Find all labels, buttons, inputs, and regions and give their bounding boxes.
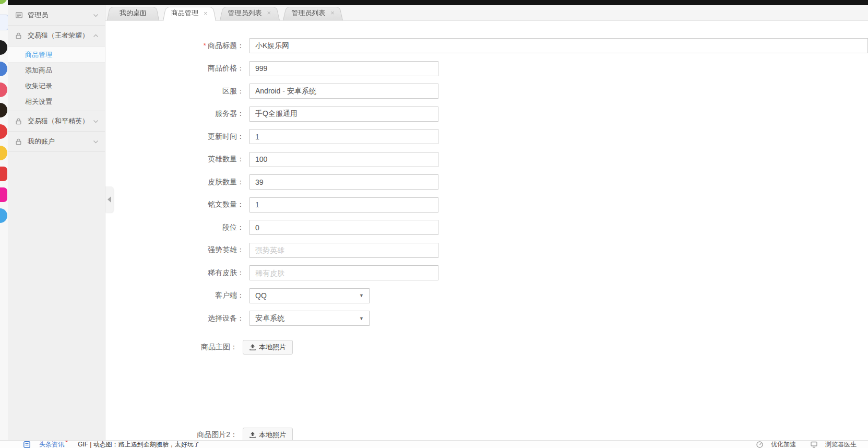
tab-desktop[interactable]: 我的桌面 <box>107 5 159 20</box>
doctor-tool[interactable]: 浏览器医生 <box>811 440 857 448</box>
strong-hero-input[interactable] <box>249 243 438 258</box>
form-row-rank: 段位： <box>105 220 868 235</box>
chevron-down-icon <box>93 14 99 17</box>
notes-app-icon[interactable] <box>0 15 8 30</box>
desktop-app-strip <box>0 0 8 440</box>
lightblue-app-icon[interactable] <box>0 208 7 223</box>
update-time-input[interactable] <box>249 129 438 144</box>
field-label-client: 客户端： <box>105 291 249 300</box>
speedup-tool[interactable]: 优化加速 <box>756 440 796 448</box>
close-tab-icon[interactable]: × <box>204 10 208 17</box>
red-face-app-icon[interactable] <box>0 124 7 139</box>
sidebar: 管理员交易猫（王者荣耀）商品管理添加商品收集记录相关设置交易猫（和平精英）我的账… <box>8 5 105 440</box>
sidebar-subitem-goods-manage[interactable]: 商品管理 <box>8 46 105 63</box>
form-row-skin-count: 皮肤数量： <box>105 174 868 190</box>
sidebar-item-label: 交易猫（和平精英） <box>28 116 93 126</box>
swirl-app-icon[interactable] <box>0 103 7 117</box>
required-asterisk: * <box>204 41 206 50</box>
green-app-icon[interactable] <box>0 0 7 4</box>
sidebar-subitem-settings[interactable]: 相关设置 <box>8 94 105 110</box>
lock-icon <box>16 118 23 125</box>
sidebar-collapse-handle[interactable] <box>105 186 113 213</box>
sidebar-item-my-account[interactable]: 我的账户 <box>8 132 105 151</box>
title-input[interactable] <box>249 38 868 53</box>
sidebar-item-trade-cat-hpjy[interactable]: 交易猫（和平精英） <box>8 111 105 131</box>
close-tab-icon[interactable]: × <box>267 9 271 16</box>
yellow-app-icon[interactable] <box>0 146 7 160</box>
sidebar-group-my-account: 我的账户 <box>8 132 105 152</box>
form-row-zone: 区服： <box>105 84 868 99</box>
zone-input[interactable] <box>249 84 438 99</box>
sidebar-subitem-goods-add[interactable]: 添加商品 <box>8 63 105 78</box>
rune-count-input[interactable] <box>249 197 438 213</box>
tab-goods-manage[interactable]: 商品管理× <box>163 5 216 21</box>
goods-edit-form: *商品标题：商品价格：区服：服务器：更新时间：英雄数量：皮肤数量：铭文数量：段位… <box>105 21 868 442</box>
sidebar-item-label: 交易猫（王者荣耀） <box>28 31 93 40</box>
field-label-zone: 区服： <box>105 87 249 96</box>
rank-input[interactable] <box>249 220 438 235</box>
speedup-icon <box>756 441 764 448</box>
lock-icon <box>16 32 23 39</box>
form-row-title: *商品标题： <box>105 38 868 53</box>
upload-icon <box>249 432 256 438</box>
form-row-rune-count: 铭文数量： <box>105 197 868 213</box>
form-row-server: 服务器： <box>105 107 868 122</box>
red-square-app-icon[interactable] <box>0 167 7 181</box>
statusbar-tools: 优化加速浏览器医生 <box>756 440 857 448</box>
field-label-rank: 段位： <box>105 223 249 232</box>
form-panel: *商品标题：商品价格：区服：服务器：更新时间：英雄数量：皮肤数量：铭文数量：段位… <box>105 21 868 440</box>
field-label-image2: 商品图片2： <box>99 430 243 440</box>
sidebar-group-trade-cat-wzry: 交易猫（王者荣耀）商品管理添加商品收集记录相关设置 <box>8 26 105 111</box>
form-row-client: 客户端：QQ▼ <box>105 288 868 303</box>
field-label-rare-skin: 稀有皮肤： <box>105 268 249 278</box>
price-input[interactable] <box>249 61 438 76</box>
field-label-device: 选择设备： <box>105 314 249 323</box>
news-source-label[interactable]: 头条资讯 <box>39 440 68 448</box>
close-tab-icon[interactable]: × <box>330 9 335 16</box>
form-row-device: 选择设备：安卓系统▼ <box>105 311 868 326</box>
sidebar-group-admin: 管理员 <box>8 5 105 26</box>
field-label-update-time: 更新时间： <box>105 132 249 142</box>
field-label-server: 服务器： <box>105 109 249 119</box>
main-image-upload-button[interactable]: 本地照片 <box>243 340 293 355</box>
news-headline[interactable]: GIF | 动态图：路上遇到企鹅胞胎，太好玩了 <box>78 440 200 448</box>
field-label-title: *商品标题： <box>105 41 249 51</box>
doctor-icon <box>811 441 818 448</box>
selected-value: QQ <box>255 291 267 300</box>
sidebar-item-trade-cat-wzry[interactable]: 交易猫（王者荣耀） <box>8 26 105 45</box>
tab-label: 管理员列表 <box>228 8 262 18</box>
sidebar-subitem-collect-log[interactable]: 收集记录 <box>8 78 105 94</box>
magenta-app-icon[interactable] <box>0 187 7 202</box>
rare-skin-input[interactable] <box>249 265 438 280</box>
sidebar-item-admin[interactable]: 管理员 <box>8 5 105 25</box>
hero-count-input[interactable] <box>249 152 438 167</box>
device-select[interactable]: 安卓系统▼ <box>249 311 370 326</box>
skin-count-input[interactable] <box>249 174 438 190</box>
black-app-icon[interactable] <box>0 40 7 55</box>
news-ticker[interactable]: 头条资讯 GIF | 动态图：路上遇到企鹅胞胎，太好玩了 <box>23 440 200 448</box>
upload-button-label: 本地照片 <box>259 430 286 440</box>
notification-dot <box>65 440 68 442</box>
dropdown-arrow-icon: ▼ <box>359 293 364 298</box>
form-row-rare-skin: 稀有皮肤： <box>105 265 868 280</box>
tool-label: 优化加速 <box>771 440 796 448</box>
field-label-skin-count: 皮肤数量： <box>105 178 249 187</box>
blue-app-icon[interactable] <box>0 62 7 76</box>
form-row-price: 商品价格： <box>105 61 868 76</box>
lock-icon <box>16 138 23 145</box>
sidebar-item-label: 我的账户 <box>28 137 93 146</box>
field-label-price: 商品价格： <box>105 64 249 73</box>
tab-bar: 我的桌面商品管理×管理员列表×管理员列表× <box>105 5 868 21</box>
server-input[interactable] <box>249 107 438 122</box>
upload-button-label: 本地照片 <box>259 343 286 352</box>
top-black-bar <box>8 0 868 5</box>
client-select[interactable]: QQ▼ <box>249 288 370 303</box>
field-label-main-image: 商品主图： <box>99 343 243 352</box>
list-icon <box>16 12 23 18</box>
form-row-hero-count: 英雄数量： <box>105 152 868 167</box>
collapse-arrow-icon <box>108 196 111 203</box>
chevron-up-icon <box>93 34 99 38</box>
tab-admin-list-2[interactable]: 管理员列表× <box>283 5 343 20</box>
pink-app-icon[interactable] <box>0 82 7 97</box>
tab-admin-list-1[interactable]: 管理员列表× <box>220 5 280 20</box>
